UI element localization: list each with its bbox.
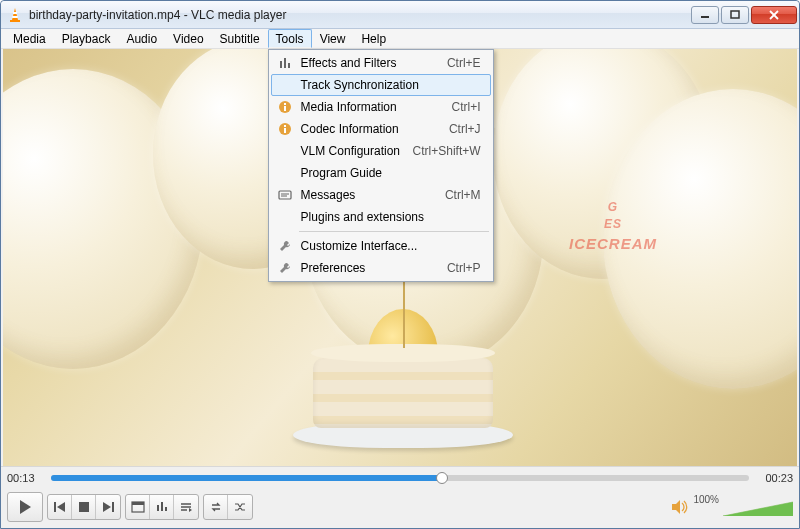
menu-item-label: Effects and Filters (295, 54, 447, 72)
menu-messages[interactable]: Messages Ctrl+M (271, 184, 491, 206)
play-icon (18, 499, 32, 515)
overlay-line: G (569, 199, 657, 216)
blank-icon (275, 209, 295, 225)
titlebar: birthday-party-invitation.mp4 - VLC medi… (1, 1, 799, 29)
skip-back-icon (53, 501, 67, 513)
elapsed-time[interactable]: 00:13 (7, 472, 45, 484)
menu-item-label: VLM Configuration (295, 142, 413, 160)
tools-dropdown: Effects and Filters Ctrl+E Track Synchro… (268, 49, 494, 282)
menu-view[interactable]: View (312, 29, 354, 48)
svg-rect-28 (157, 505, 159, 511)
volume-slider[interactable] (723, 498, 793, 516)
menu-tools[interactable]: Tools Effects and Filters Ctrl+E Track S… (268, 29, 312, 48)
menu-media-information[interactable]: Media Information Ctrl+I (271, 96, 491, 118)
menu-customize-interface[interactable]: Customize Interface... (271, 235, 491, 257)
stop-button[interactable] (72, 495, 96, 519)
svg-rect-15 (284, 128, 286, 133)
menu-preferences[interactable]: Preferences Ctrl+P (271, 257, 491, 279)
skip-forward-icon (101, 501, 115, 513)
playlist-button[interactable] (174, 495, 198, 519)
skip-group (47, 494, 121, 520)
menu-label: Playback (62, 32, 111, 46)
menu-item-label: Messages (295, 186, 445, 204)
menu-track-synchronization[interactable]: Track Synchronization (271, 74, 491, 96)
total-time[interactable]: 00:23 (755, 472, 793, 484)
volume-control: 100% (671, 498, 793, 516)
svg-marker-34 (189, 508, 192, 512)
menu-help[interactable]: Help (353, 29, 394, 48)
video-content (283, 338, 523, 448)
menu-label: Tools (276, 32, 304, 46)
svg-rect-3 (10, 20, 20, 22)
menu-effects-and-filters[interactable]: Effects and Filters Ctrl+E (271, 52, 491, 74)
menu-item-shortcut: Ctrl+I (452, 98, 487, 116)
minimize-button[interactable] (691, 6, 719, 24)
menu-subtitle[interactable]: Subtitle (212, 29, 268, 48)
time-row: 00:13 00:23 (7, 469, 793, 487)
svg-rect-8 (280, 61, 282, 68)
controls-panel: 00:13 00:23 (1, 466, 799, 528)
menu-video[interactable]: Video (165, 29, 211, 48)
svg-rect-25 (112, 502, 114, 512)
menu-vlm-configuration[interactable]: VLM Configuration Ctrl+Shift+W (271, 140, 491, 162)
menu-item-label: Codec Information (295, 120, 449, 138)
shuffle-icon (233, 501, 247, 513)
app-window: birthday-party-invitation.mp4 - VLC medi… (0, 0, 800, 529)
svg-rect-1 (13, 12, 17, 14)
menu-item-shortcut: Ctrl+E (447, 54, 487, 72)
menu-item-shortcut: Ctrl+P (447, 259, 487, 277)
svg-rect-23 (79, 502, 89, 512)
extended-settings-button[interactable] (150, 495, 174, 519)
menubar: Media Playback Audio Video Subtitle Tool… (1, 29, 799, 49)
svg-marker-24 (103, 502, 111, 512)
maximize-button[interactable] (721, 6, 749, 24)
next-button[interactable] (96, 495, 120, 519)
svg-rect-10 (288, 63, 290, 68)
menu-plugins-extensions[interactable]: Plugins and extensions (271, 206, 491, 228)
messages-icon (275, 187, 295, 203)
button-row: 100% (7, 491, 793, 524)
shuffle-button[interactable] (228, 495, 252, 519)
menu-item-shortcut: Ctrl+Shift+W (413, 142, 487, 160)
fullscreen-icon (131, 501, 145, 513)
previous-button[interactable] (48, 495, 72, 519)
fullscreen-button[interactable] (126, 495, 150, 519)
menu-program-guide[interactable]: Program Guide (271, 162, 491, 184)
svg-rect-12 (284, 106, 286, 111)
menu-playback[interactable]: Playback (54, 29, 119, 48)
seek-slider[interactable] (51, 472, 749, 484)
menu-item-shortcut: Ctrl+M (445, 186, 487, 204)
menu-label: Media (13, 32, 46, 46)
speaker-icon[interactable] (671, 499, 689, 515)
info-icon (275, 121, 295, 137)
play-button[interactable] (7, 492, 43, 522)
menu-label: Subtitle (220, 32, 260, 46)
loop-button[interactable] (204, 495, 228, 519)
menu-item-label: Program Guide (295, 164, 481, 182)
menu-item-label: Track Synchronization (295, 76, 481, 94)
menu-audio[interactable]: Audio (118, 29, 165, 48)
overlay-line: ES (569, 216, 657, 233)
playlist-icon (179, 501, 193, 513)
menu-codec-information[interactable]: Codec Information Ctrl+J (271, 118, 491, 140)
overlay-line: ICECREAM (569, 233, 657, 254)
svg-marker-35 (672, 500, 680, 514)
seek-thumb[interactable] (436, 472, 448, 484)
stop-icon (78, 501, 90, 513)
menu-label: Video (173, 32, 203, 46)
close-button[interactable] (751, 6, 797, 24)
info-icon (275, 99, 295, 115)
menu-item-label: Plugins and extensions (295, 208, 481, 226)
loop-icon (209, 501, 223, 513)
menu-label: Audio (126, 32, 157, 46)
menu-media[interactable]: Media (5, 29, 54, 48)
menu-item-label: Preferences (295, 259, 447, 277)
volume-percent: 100% (693, 494, 719, 505)
svg-rect-17 (279, 191, 291, 199)
svg-rect-21 (54, 502, 56, 512)
menu-item-shortcut: Ctrl+J (449, 120, 487, 138)
svg-rect-9 (284, 58, 286, 68)
wrench-icon (275, 260, 295, 276)
view-group (125, 494, 199, 520)
equalizer-icon (275, 55, 295, 71)
